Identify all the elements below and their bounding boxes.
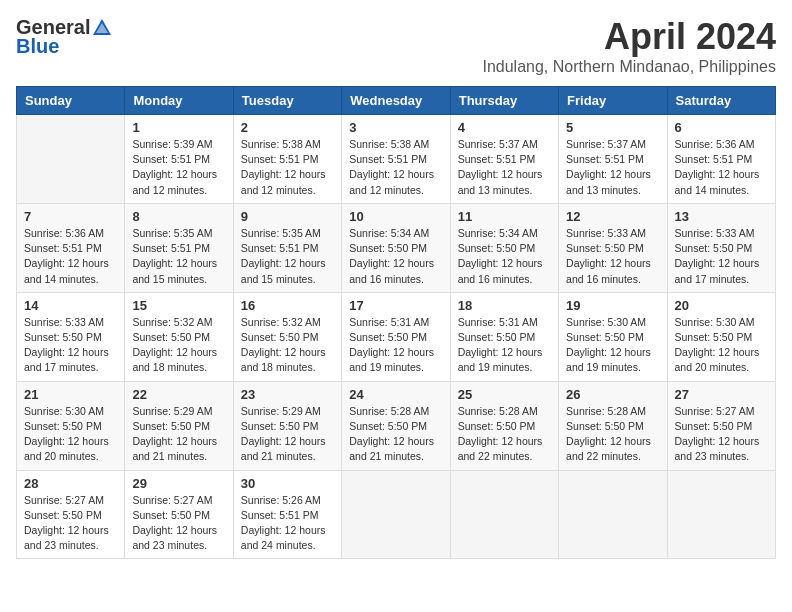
day-number: 27 — [675, 387, 768, 402]
day-number: 15 — [132, 298, 225, 313]
day-cell: 1Sunrise: 5:39 AM Sunset: 5:51 PM Daylig… — [125, 115, 233, 204]
day-info: Sunrise: 5:26 AM Sunset: 5:51 PM Dayligh… — [241, 493, 334, 554]
day-cell: 12Sunrise: 5:33 AM Sunset: 5:50 PM Dayli… — [559, 203, 667, 292]
day-cell: 6Sunrise: 5:36 AM Sunset: 5:51 PM Daylig… — [667, 115, 775, 204]
day-number: 4 — [458, 120, 551, 135]
day-info: Sunrise: 5:36 AM Sunset: 5:51 PM Dayligh… — [24, 226, 117, 287]
day-info: Sunrise: 5:35 AM Sunset: 5:51 PM Dayligh… — [241, 226, 334, 287]
day-number: 30 — [241, 476, 334, 491]
day-info: Sunrise: 5:37 AM Sunset: 5:51 PM Dayligh… — [566, 137, 659, 198]
day-cell — [559, 470, 667, 559]
day-cell: 29Sunrise: 5:27 AM Sunset: 5:50 PM Dayli… — [125, 470, 233, 559]
day-info: Sunrise: 5:39 AM Sunset: 5:51 PM Dayligh… — [132, 137, 225, 198]
header-wednesday: Wednesday — [342, 87, 450, 115]
day-info: Sunrise: 5:27 AM Sunset: 5:50 PM Dayligh… — [132, 493, 225, 554]
day-info: Sunrise: 5:36 AM Sunset: 5:51 PM Dayligh… — [675, 137, 768, 198]
day-cell: 14Sunrise: 5:33 AM Sunset: 5:50 PM Dayli… — [17, 292, 125, 381]
day-number: 25 — [458, 387, 551, 402]
day-number: 7 — [24, 209, 117, 224]
header-monday: Monday — [125, 87, 233, 115]
day-cell: 21Sunrise: 5:30 AM Sunset: 5:50 PM Dayli… — [17, 381, 125, 470]
day-cell: 16Sunrise: 5:32 AM Sunset: 5:50 PM Dayli… — [233, 292, 341, 381]
day-cell: 13Sunrise: 5:33 AM Sunset: 5:50 PM Dayli… — [667, 203, 775, 292]
day-info: Sunrise: 5:30 AM Sunset: 5:50 PM Dayligh… — [24, 404, 117, 465]
day-number: 5 — [566, 120, 659, 135]
day-number: 29 — [132, 476, 225, 491]
header-thursday: Thursday — [450, 87, 558, 115]
day-number: 3 — [349, 120, 442, 135]
header-sunday: Sunday — [17, 87, 125, 115]
day-cell: 15Sunrise: 5:32 AM Sunset: 5:50 PM Dayli… — [125, 292, 233, 381]
day-cell: 2Sunrise: 5:38 AM Sunset: 5:51 PM Daylig… — [233, 115, 341, 204]
day-cell: 5Sunrise: 5:37 AM Sunset: 5:51 PM Daylig… — [559, 115, 667, 204]
week-row-3: 14Sunrise: 5:33 AM Sunset: 5:50 PM Dayli… — [17, 292, 776, 381]
day-number: 6 — [675, 120, 768, 135]
week-row-5: 28Sunrise: 5:27 AM Sunset: 5:50 PM Dayli… — [17, 470, 776, 559]
day-number: 8 — [132, 209, 225, 224]
location-title: Indulang, Northern Mindanao, Philippines — [482, 58, 776, 76]
day-info: Sunrise: 5:32 AM Sunset: 5:50 PM Dayligh… — [132, 315, 225, 376]
logo-blue: Blue — [16, 35, 59, 58]
day-number: 19 — [566, 298, 659, 313]
day-cell: 30Sunrise: 5:26 AM Sunset: 5:51 PM Dayli… — [233, 470, 341, 559]
day-cell: 7Sunrise: 5:36 AM Sunset: 5:51 PM Daylig… — [17, 203, 125, 292]
day-info: Sunrise: 5:35 AM Sunset: 5:51 PM Dayligh… — [132, 226, 225, 287]
day-cell: 26Sunrise: 5:28 AM Sunset: 5:50 PM Dayli… — [559, 381, 667, 470]
day-cell: 25Sunrise: 5:28 AM Sunset: 5:50 PM Dayli… — [450, 381, 558, 470]
day-cell: 11Sunrise: 5:34 AM Sunset: 5:50 PM Dayli… — [450, 203, 558, 292]
day-info: Sunrise: 5:29 AM Sunset: 5:50 PM Dayligh… — [132, 404, 225, 465]
day-cell: 27Sunrise: 5:27 AM Sunset: 5:50 PM Dayli… — [667, 381, 775, 470]
day-number: 17 — [349, 298, 442, 313]
day-cell: 18Sunrise: 5:31 AM Sunset: 5:50 PM Dayli… — [450, 292, 558, 381]
logo-icon — [91, 17, 113, 39]
day-number: 26 — [566, 387, 659, 402]
day-info: Sunrise: 5:29 AM Sunset: 5:50 PM Dayligh… — [241, 404, 334, 465]
day-cell: 28Sunrise: 5:27 AM Sunset: 5:50 PM Dayli… — [17, 470, 125, 559]
day-number: 23 — [241, 387, 334, 402]
day-number: 13 — [675, 209, 768, 224]
day-info: Sunrise: 5:30 AM Sunset: 5:50 PM Dayligh… — [675, 315, 768, 376]
day-info: Sunrise: 5:28 AM Sunset: 5:50 PM Dayligh… — [458, 404, 551, 465]
day-info: Sunrise: 5:38 AM Sunset: 5:51 PM Dayligh… — [241, 137, 334, 198]
day-number: 18 — [458, 298, 551, 313]
header-tuesday: Tuesday — [233, 87, 341, 115]
day-number: 1 — [132, 120, 225, 135]
day-cell: 17Sunrise: 5:31 AM Sunset: 5:50 PM Dayli… — [342, 292, 450, 381]
day-cell: 22Sunrise: 5:29 AM Sunset: 5:50 PM Dayli… — [125, 381, 233, 470]
day-info: Sunrise: 5:38 AM Sunset: 5:51 PM Dayligh… — [349, 137, 442, 198]
day-number: 24 — [349, 387, 442, 402]
day-cell: 23Sunrise: 5:29 AM Sunset: 5:50 PM Dayli… — [233, 381, 341, 470]
day-cell: 20Sunrise: 5:30 AM Sunset: 5:50 PM Dayli… — [667, 292, 775, 381]
day-cell: 19Sunrise: 5:30 AM Sunset: 5:50 PM Dayli… — [559, 292, 667, 381]
day-number: 9 — [241, 209, 334, 224]
day-info: Sunrise: 5:32 AM Sunset: 5:50 PM Dayligh… — [241, 315, 334, 376]
day-cell: 8Sunrise: 5:35 AM Sunset: 5:51 PM Daylig… — [125, 203, 233, 292]
day-cell: 9Sunrise: 5:35 AM Sunset: 5:51 PM Daylig… — [233, 203, 341, 292]
day-info: Sunrise: 5:31 AM Sunset: 5:50 PM Dayligh… — [349, 315, 442, 376]
day-cell — [342, 470, 450, 559]
day-info: Sunrise: 5:28 AM Sunset: 5:50 PM Dayligh… — [566, 404, 659, 465]
day-cell: 10Sunrise: 5:34 AM Sunset: 5:50 PM Dayli… — [342, 203, 450, 292]
day-number: 12 — [566, 209, 659, 224]
day-info: Sunrise: 5:27 AM Sunset: 5:50 PM Dayligh… — [24, 493, 117, 554]
week-row-2: 7Sunrise: 5:36 AM Sunset: 5:51 PM Daylig… — [17, 203, 776, 292]
day-cell — [450, 470, 558, 559]
day-number: 2 — [241, 120, 334, 135]
day-number: 28 — [24, 476, 117, 491]
day-number: 14 — [24, 298, 117, 313]
day-cell: 3Sunrise: 5:38 AM Sunset: 5:51 PM Daylig… — [342, 115, 450, 204]
day-info: Sunrise: 5:30 AM Sunset: 5:50 PM Dayligh… — [566, 315, 659, 376]
week-row-1: 1Sunrise: 5:39 AM Sunset: 5:51 PM Daylig… — [17, 115, 776, 204]
day-number: 22 — [132, 387, 225, 402]
day-info: Sunrise: 5:28 AM Sunset: 5:50 PM Dayligh… — [349, 404, 442, 465]
day-number: 10 — [349, 209, 442, 224]
calendar-header-row: SundayMondayTuesdayWednesdayThursdayFrid… — [17, 87, 776, 115]
day-info: Sunrise: 5:33 AM Sunset: 5:50 PM Dayligh… — [566, 226, 659, 287]
day-cell: 24Sunrise: 5:28 AM Sunset: 5:50 PM Dayli… — [342, 381, 450, 470]
day-number: 20 — [675, 298, 768, 313]
day-info: Sunrise: 5:37 AM Sunset: 5:51 PM Dayligh… — [458, 137, 551, 198]
day-cell — [17, 115, 125, 204]
header-saturday: Saturday — [667, 87, 775, 115]
day-info: Sunrise: 5:33 AM Sunset: 5:50 PM Dayligh… — [675, 226, 768, 287]
day-info: Sunrise: 5:27 AM Sunset: 5:50 PM Dayligh… — [675, 404, 768, 465]
